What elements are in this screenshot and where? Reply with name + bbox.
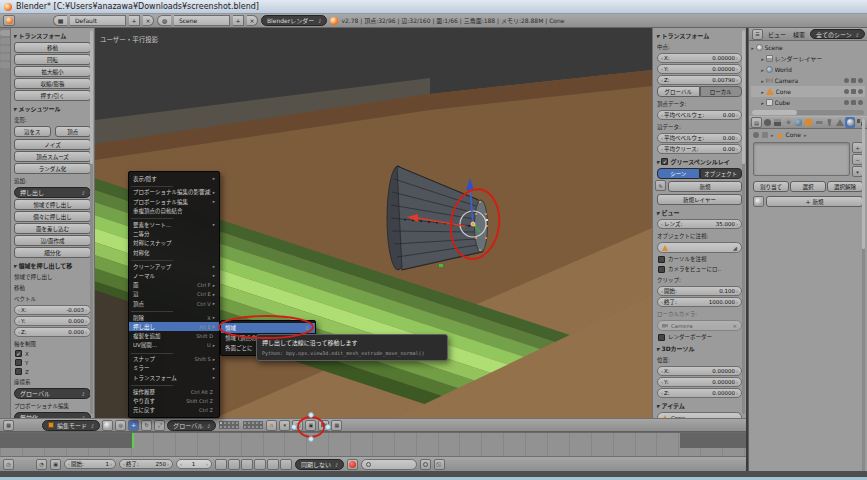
sync-select[interactable]: 同期しない (295, 459, 344, 470)
median-axis-field[interactable]: Y:0.00000 (657, 64, 742, 74)
vertex-slide-button[interactable]: 頂点 (55, 126, 92, 137)
properties-editor-icon[interactable]: ▤ (751, 117, 762, 128)
lock-cursor-row[interactable]: カーソルを注視 (655, 254, 744, 264)
context-menu-item[interactable]: 二等分 (129, 229, 219, 238)
gp-new-button[interactable]: 新規 (668, 181, 742, 192)
pin-icon[interactable] (753, 132, 759, 138)
layers-widget[interactable] (243, 421, 263, 429)
toolshelf-button[interactable]: ノイズ (14, 139, 91, 150)
panel-header-meshtools[interactable]: メッシュツール (12, 102, 93, 114)
deselect-button[interactable]: 選択解除 (827, 181, 863, 192)
local-camera-field[interactable]: Camera× (657, 320, 742, 331)
median-axis-field[interactable]: X:0.00000 (657, 53, 742, 63)
selectability-icon[interactable] (851, 100, 856, 105)
occlude-geometry-toggle[interactable]: ▣ (305, 420, 316, 431)
scene-name[interactable]: Scene (174, 15, 230, 26)
snap-magnet-toggle[interactable]: ∩ (266, 420, 277, 431)
render-border-row[interactable]: レンダーボーダー (655, 332, 744, 342)
context-menu-item[interactable]: 対称にスナップ (129, 239, 219, 248)
insert-keyframe-button[interactable] (420, 459, 431, 470)
toolshelf-button[interactable]: 領域で押し出し (14, 199, 91, 210)
visibility-icon[interactable] (844, 78, 849, 83)
assign-button[interactable]: 割り当て (753, 181, 789, 192)
delete-layout-button[interactable]: × (143, 15, 154, 26)
tab-material[interactable] (845, 117, 854, 128)
context-menu-item[interactable]: スナップShift S▸ (129, 355, 219, 364)
toolshelf-tab[interactable] (0, 38, 10, 44)
new-material-button[interactable]: +新規 (766, 196, 863, 207)
toolshelf-button[interactable]: 押す/引く (14, 90, 91, 101)
outliner-row[interactable]: Cone (751, 86, 865, 97)
tab-render-layers[interactable] (773, 117, 782, 128)
cursor-axis-field[interactable]: Y:0.00000 (657, 377, 742, 387)
expand-icon[interactable] (761, 99, 764, 106)
panel-header-operator[interactable]: 領域を押し出して移 (12, 259, 93, 271)
outliner-editor-icon[interactable]: ☰ (752, 29, 763, 40)
panel-header-grease-pencil[interactable]: グリースペンシルレイ (655, 155, 744, 167)
context-menu-item[interactable]: トランスフォーム▸ (129, 373, 219, 382)
renderability-icon[interactable] (858, 78, 863, 83)
context-menu-item[interactable]: 辺Ctrl E▸ (129, 290, 219, 299)
layers-widget[interactable] (219, 421, 239, 429)
clip-end-field[interactable]: 終了:1000.000 (657, 297, 742, 307)
visibility-icon[interactable] (844, 89, 849, 94)
breadcrumb-object[interactable]: Cone (786, 131, 801, 138)
tab-object[interactable] (804, 117, 813, 128)
outliner-row[interactable]: Cube (751, 97, 865, 108)
current-frame-field[interactable]: 1 (176, 459, 212, 469)
timeline-ruler[interactable] (0, 432, 746, 456)
median-axis-field[interactable]: Z:0.00790 (657, 75, 742, 85)
opengl-render-button[interactable] (318, 420, 329, 431)
delete-scene-button[interactable]: × (247, 15, 258, 26)
context-menu-item[interactable]: 表示/隠す▸ (129, 174, 219, 183)
renderability-icon[interactable] (858, 89, 863, 94)
playback-button[interactable] (215, 459, 227, 470)
select-button[interactable]: 選択 (790, 181, 826, 192)
lock-object-field[interactable]: ◢ (657, 242, 742, 253)
tab-constraints[interactable] (814, 117, 823, 128)
frame-start-field[interactable]: 開始:1 (64, 459, 116, 469)
properties-scrollbar[interactable] (862, 118, 865, 471)
toolshelf-button[interactable]: 回転 (14, 54, 91, 65)
visibility-icon[interactable] (844, 100, 849, 105)
panel-header-transform[interactable]: トランスフォーム (12, 29, 93, 41)
toolshelf-tab[interactable] (0, 62, 10, 68)
toolshelf-button[interactable]: 面を差し込む (14, 223, 91, 234)
playback-button[interactable] (241, 459, 253, 470)
scene-icon[interactable]: ◍ (157, 15, 171, 26)
local-button[interactable]: ローカル (700, 86, 743, 97)
proportional-edit-toggle[interactable]: ◯ (292, 420, 303, 431)
vertex-bevel-field[interactable]: 平均ベベルウェ:0.00 (657, 110, 742, 120)
context-menu-item[interactable]: 削除X▸ (129, 313, 219, 322)
vector-axis-field[interactable]: Z:0.000 (14, 327, 91, 337)
gp-new-layer-button[interactable]: 新規レイヤー (657, 194, 742, 205)
lens-field[interactable]: レンズ:35.000 (657, 219, 742, 229)
expand-icon[interactable] (761, 66, 764, 73)
submenu-item[interactable]: 領域E (221, 323, 315, 333)
manipulator-scale-button[interactable]: ⤢ (154, 420, 165, 431)
opengl-render-anim-button[interactable]: ▦ (331, 420, 342, 431)
gp-checkbox[interactable] (661, 158, 668, 165)
lock-camera-row[interactable]: カメラをビューにロ.. (655, 264, 744, 274)
context-menu-item[interactable]: 元に戻すCtrl Z (129, 406, 219, 415)
outliner-row[interactable]: World (751, 64, 865, 75)
tab-modifiers[interactable] (825, 117, 834, 128)
timeline-editor-icon[interactable]: ◷ (3, 459, 14, 470)
orientation-select[interactable]: グローバル (14, 388, 91, 399)
cursor-axis-field[interactable]: Z:0.00000 (657, 388, 742, 398)
tab-scene[interactable] (784, 117, 793, 128)
toolshelf-button[interactable]: ランダム化 (14, 163, 91, 174)
selectability-icon[interactable] (851, 89, 856, 94)
context-menu-item[interactable]: ミラー▸ (129, 364, 219, 373)
outliner-display-mode[interactable]: 全てのシーン (810, 29, 865, 39)
render-engine-select[interactable]: Blenderレンダー (261, 15, 327, 26)
frame-end-field[interactable]: 終了:250 (119, 459, 173, 469)
pencil-icon[interactable]: ✎ (655, 180, 666, 191)
screen-layout-name[interactable]: Default (70, 15, 126, 26)
tab-object-data[interactable] (835, 117, 844, 128)
context-menu-item[interactable]: 頂点Ctrl V▸ (129, 299, 219, 308)
outliner-view-menu[interactable]: ビュー (766, 30, 788, 39)
expand-icon[interactable] (761, 77, 764, 84)
material-slot-list[interactable] (753, 142, 850, 176)
playback-button[interactable] (254, 459, 266, 470)
